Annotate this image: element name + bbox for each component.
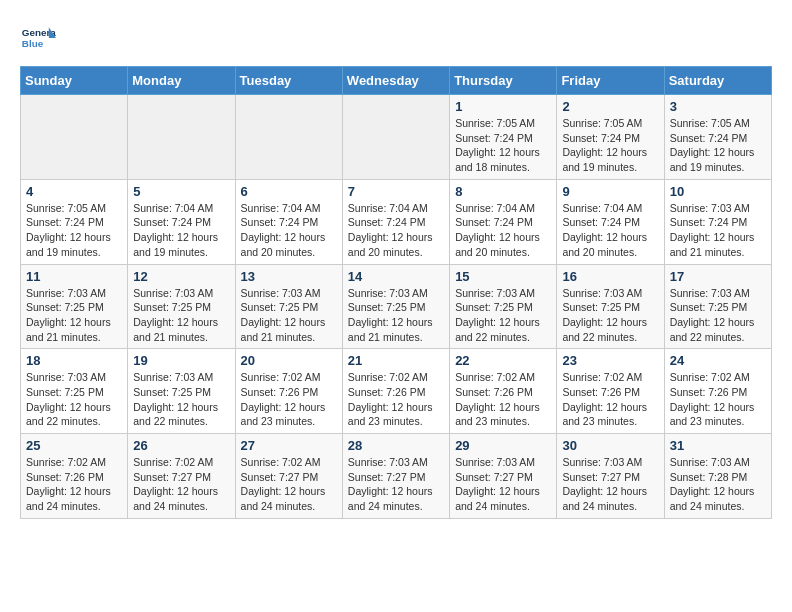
day-number: 2: [562, 99, 658, 114]
day-cell: 18Sunrise: 7:03 AM Sunset: 7:25 PM Dayli…: [21, 349, 128, 434]
day-number: 28: [348, 438, 444, 453]
day-info: Sunrise: 7:03 AM Sunset: 7:25 PM Dayligh…: [348, 286, 444, 345]
day-info: Sunrise: 7:03 AM Sunset: 7:27 PM Dayligh…: [455, 455, 551, 514]
day-info: Sunrise: 7:02 AM Sunset: 7:26 PM Dayligh…: [562, 370, 658, 429]
header-wednesday: Wednesday: [342, 67, 449, 95]
day-cell: 6Sunrise: 7:04 AM Sunset: 7:24 PM Daylig…: [235, 179, 342, 264]
day-cell: 9Sunrise: 7:04 AM Sunset: 7:24 PM Daylig…: [557, 179, 664, 264]
day-cell: 31Sunrise: 7:03 AM Sunset: 7:28 PM Dayli…: [664, 434, 771, 519]
day-info: Sunrise: 7:04 AM Sunset: 7:24 PM Dayligh…: [455, 201, 551, 260]
day-number: 20: [241, 353, 337, 368]
day-cell: [128, 95, 235, 180]
day-number: 8: [455, 184, 551, 199]
day-cell: 3Sunrise: 7:05 AM Sunset: 7:24 PM Daylig…: [664, 95, 771, 180]
logo: General Blue: [20, 20, 62, 56]
header-saturday: Saturday: [664, 67, 771, 95]
day-number: 30: [562, 438, 658, 453]
day-cell: 13Sunrise: 7:03 AM Sunset: 7:25 PM Dayli…: [235, 264, 342, 349]
day-number: 13: [241, 269, 337, 284]
day-info: Sunrise: 7:03 AM Sunset: 7:25 PM Dayligh…: [670, 286, 766, 345]
header-monday: Monday: [128, 67, 235, 95]
day-cell: [342, 95, 449, 180]
day-info: Sunrise: 7:03 AM Sunset: 7:25 PM Dayligh…: [241, 286, 337, 345]
day-info: Sunrise: 7:04 AM Sunset: 7:24 PM Dayligh…: [241, 201, 337, 260]
day-info: Sunrise: 7:05 AM Sunset: 7:24 PM Dayligh…: [562, 116, 658, 175]
day-info: Sunrise: 7:02 AM Sunset: 7:26 PM Dayligh…: [26, 455, 122, 514]
day-number: 29: [455, 438, 551, 453]
day-info: Sunrise: 7:03 AM Sunset: 7:25 PM Dayligh…: [455, 286, 551, 345]
day-info: Sunrise: 7:03 AM Sunset: 7:27 PM Dayligh…: [348, 455, 444, 514]
logo-icon: General Blue: [20, 20, 56, 56]
week-row-3: 11Sunrise: 7:03 AM Sunset: 7:25 PM Dayli…: [21, 264, 772, 349]
header-sunday: Sunday: [21, 67, 128, 95]
day-cell: 22Sunrise: 7:02 AM Sunset: 7:26 PM Dayli…: [450, 349, 557, 434]
day-cell: [21, 95, 128, 180]
day-info: Sunrise: 7:04 AM Sunset: 7:24 PM Dayligh…: [348, 201, 444, 260]
day-info: Sunrise: 7:04 AM Sunset: 7:24 PM Dayligh…: [562, 201, 658, 260]
day-info: Sunrise: 7:03 AM Sunset: 7:25 PM Dayligh…: [562, 286, 658, 345]
day-number: 25: [26, 438, 122, 453]
calendar-header-row: SundayMondayTuesdayWednesdayThursdayFrid…: [21, 67, 772, 95]
day-cell: 25Sunrise: 7:02 AM Sunset: 7:26 PM Dayli…: [21, 434, 128, 519]
day-number: 7: [348, 184, 444, 199]
header-tuesday: Tuesday: [235, 67, 342, 95]
day-info: Sunrise: 7:02 AM Sunset: 7:26 PM Dayligh…: [455, 370, 551, 429]
day-cell: 17Sunrise: 7:03 AM Sunset: 7:25 PM Dayli…: [664, 264, 771, 349]
day-number: 6: [241, 184, 337, 199]
day-info: Sunrise: 7:03 AM Sunset: 7:25 PM Dayligh…: [26, 286, 122, 345]
day-info: Sunrise: 7:02 AM Sunset: 7:26 PM Dayligh…: [241, 370, 337, 429]
day-cell: 5Sunrise: 7:04 AM Sunset: 7:24 PM Daylig…: [128, 179, 235, 264]
day-number: 4: [26, 184, 122, 199]
day-cell: 15Sunrise: 7:03 AM Sunset: 7:25 PM Dayli…: [450, 264, 557, 349]
day-cell: 10Sunrise: 7:03 AM Sunset: 7:24 PM Dayli…: [664, 179, 771, 264]
day-cell: [235, 95, 342, 180]
day-cell: 16Sunrise: 7:03 AM Sunset: 7:25 PM Dayli…: [557, 264, 664, 349]
day-number: 9: [562, 184, 658, 199]
day-cell: 2Sunrise: 7:05 AM Sunset: 7:24 PM Daylig…: [557, 95, 664, 180]
day-info: Sunrise: 7:03 AM Sunset: 7:24 PM Dayligh…: [670, 201, 766, 260]
week-row-4: 18Sunrise: 7:03 AM Sunset: 7:25 PM Dayli…: [21, 349, 772, 434]
svg-text:Blue: Blue: [22, 38, 44, 49]
day-info: Sunrise: 7:03 AM Sunset: 7:25 PM Dayligh…: [133, 370, 229, 429]
day-cell: 12Sunrise: 7:03 AM Sunset: 7:25 PM Dayli…: [128, 264, 235, 349]
day-info: Sunrise: 7:02 AM Sunset: 7:27 PM Dayligh…: [133, 455, 229, 514]
week-row-5: 25Sunrise: 7:02 AM Sunset: 7:26 PM Dayli…: [21, 434, 772, 519]
header-friday: Friday: [557, 67, 664, 95]
week-row-1: 1Sunrise: 7:05 AM Sunset: 7:24 PM Daylig…: [21, 95, 772, 180]
day-number: 3: [670, 99, 766, 114]
day-cell: 1Sunrise: 7:05 AM Sunset: 7:24 PM Daylig…: [450, 95, 557, 180]
day-info: Sunrise: 7:02 AM Sunset: 7:26 PM Dayligh…: [348, 370, 444, 429]
day-number: 17: [670, 269, 766, 284]
day-number: 11: [26, 269, 122, 284]
day-info: Sunrise: 7:02 AM Sunset: 7:26 PM Dayligh…: [670, 370, 766, 429]
calendar: SundayMondayTuesdayWednesdayThursdayFrid…: [20, 66, 772, 519]
day-info: Sunrise: 7:03 AM Sunset: 7:25 PM Dayligh…: [26, 370, 122, 429]
day-info: Sunrise: 7:02 AM Sunset: 7:27 PM Dayligh…: [241, 455, 337, 514]
day-info: Sunrise: 7:05 AM Sunset: 7:24 PM Dayligh…: [26, 201, 122, 260]
day-cell: 27Sunrise: 7:02 AM Sunset: 7:27 PM Dayli…: [235, 434, 342, 519]
day-info: Sunrise: 7:03 AM Sunset: 7:27 PM Dayligh…: [562, 455, 658, 514]
day-cell: 23Sunrise: 7:02 AM Sunset: 7:26 PM Dayli…: [557, 349, 664, 434]
header-thursday: Thursday: [450, 67, 557, 95]
day-cell: 30Sunrise: 7:03 AM Sunset: 7:27 PM Dayli…: [557, 434, 664, 519]
day-cell: 29Sunrise: 7:03 AM Sunset: 7:27 PM Dayli…: [450, 434, 557, 519]
day-cell: 19Sunrise: 7:03 AM Sunset: 7:25 PM Dayli…: [128, 349, 235, 434]
day-number: 31: [670, 438, 766, 453]
day-cell: 11Sunrise: 7:03 AM Sunset: 7:25 PM Dayli…: [21, 264, 128, 349]
day-number: 16: [562, 269, 658, 284]
day-cell: 8Sunrise: 7:04 AM Sunset: 7:24 PM Daylig…: [450, 179, 557, 264]
day-number: 22: [455, 353, 551, 368]
day-cell: 26Sunrise: 7:02 AM Sunset: 7:27 PM Dayli…: [128, 434, 235, 519]
day-cell: 7Sunrise: 7:04 AM Sunset: 7:24 PM Daylig…: [342, 179, 449, 264]
day-cell: 14Sunrise: 7:03 AM Sunset: 7:25 PM Dayli…: [342, 264, 449, 349]
day-number: 14: [348, 269, 444, 284]
day-number: 26: [133, 438, 229, 453]
day-number: 19: [133, 353, 229, 368]
day-info: Sunrise: 7:03 AM Sunset: 7:28 PM Dayligh…: [670, 455, 766, 514]
day-number: 5: [133, 184, 229, 199]
day-cell: 28Sunrise: 7:03 AM Sunset: 7:27 PM Dayli…: [342, 434, 449, 519]
day-number: 27: [241, 438, 337, 453]
day-number: 21: [348, 353, 444, 368]
day-number: 10: [670, 184, 766, 199]
day-number: 12: [133, 269, 229, 284]
